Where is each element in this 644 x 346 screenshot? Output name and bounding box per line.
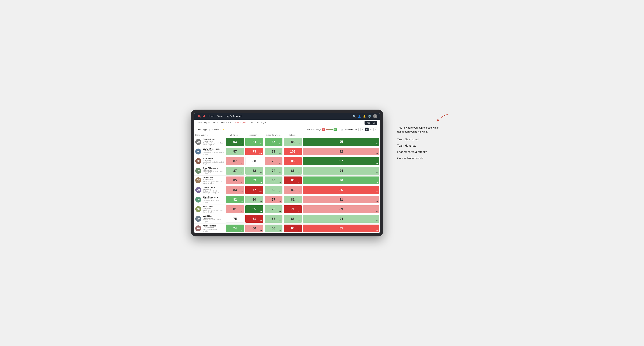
nav-hcaps[interactable]: Hcaps 1-5 [221, 120, 231, 126]
player-handicap: 1-5 Handicap [203, 198, 224, 200]
nav-team-clippd[interactable]: Team Clippd [234, 120, 246, 126]
score-cell-around_green: 836▼ [283, 185, 302, 195]
round-change-label: 20 Round Change [307, 129, 321, 131]
data-table: Player Quality ▼ Off the Tee — Approach … [194, 133, 380, 233]
score-cell-approach: 803▲ [264, 176, 283, 185]
player-name[interactable]: Matt Miller [203, 215, 224, 217]
score-value: 96 [340, 178, 343, 182]
player-name[interactable]: Josh Coles [203, 205, 224, 208]
score-cell-putting: 943▲ [302, 214, 380, 224]
score-value: 85 [340, 227, 343, 230]
score-cell-approach: 858▲ [264, 137, 283, 147]
menu-option-item[interactable]: Team Dashboard [397, 138, 452, 141]
player-club: Drift Golf Club, United Kingdom [203, 229, 224, 232]
view-grid-icon[interactable]: ⊞ [360, 128, 364, 131]
score-cell-approach: 799▲ [264, 147, 283, 156]
score-change: 4▼ [376, 230, 378, 231]
score-value: 85 [291, 169, 294, 173]
table-row: DFDavid FordPlus HandicapRoyal North Dev… [194, 176, 380, 185]
player-name[interactable]: Blair McHarg [203, 138, 224, 140]
table-row: ANAaron Nicholls11-15 HandicapDrift Golf… [194, 224, 380, 233]
player-name[interactable]: Charlie Quick [203, 186, 224, 188]
score-value: 88 [291, 140, 294, 144]
view-list-icon[interactable]: ≡ [369, 128, 373, 131]
score-value: 60 [252, 198, 256, 201]
score-cell-off_tee: 7714▼ [245, 185, 264, 195]
score-cell-approach: 801▲ [264, 185, 283, 195]
player-cell-9: ANAaron Nicholls11-15 HandicapDrift Golf… [194, 224, 226, 233]
bell-icon[interactable]: 🔔 [363, 115, 366, 118]
player-name[interactable]: Elliot Ebert [203, 158, 224, 160]
avatar[interactable]: U [373, 114, 377, 118]
score-value: 83 [291, 178, 294, 182]
score-value: 95 [340, 140, 343, 144]
table-row: BMBlair McHargPlus HandicapRoyal North D… [194, 137, 380, 147]
player-handicap: 6-10 Handicap [203, 217, 224, 219]
score-value: 85 [272, 140, 275, 144]
score-cell-around_green: 814▲ [283, 195, 302, 204]
score-value: 82 [233, 198, 237, 201]
score-change: 3▼ [241, 210, 243, 212]
last-rounds-button[interactable]: 📅 Last Rounds: 20 [339, 128, 358, 131]
table-row: DBDave Billingham1-5 HandicapGog Magog G… [194, 166, 380, 176]
player-name[interactable]: Edward Crossman [203, 148, 224, 150]
score-value: 74 [233, 227, 237, 230]
person-icon[interactable]: 👤 [358, 115, 361, 118]
player-cell-1: ECEdward Crossman1-5 HandicapSunningdale… [194, 147, 226, 156]
score-value: 94 [340, 169, 343, 173]
score-value: 79 [272, 150, 275, 154]
score-cell-off_tee: 602▲ [245, 195, 264, 204]
score-change: 1▲ [279, 172, 282, 173]
player-avatar: CQ [195, 187, 201, 193]
player-cell-4: DFDavid FordPlus HandicapRoyal North Dev… [194, 176, 226, 185]
settings-icon[interactable]: ⚙️ [368, 115, 371, 118]
view-download-icon[interactable]: ↓ [374, 128, 377, 131]
player-name[interactable]: David Ford [203, 177, 224, 179]
score-value: 97 [340, 159, 343, 163]
score-value: 85 [233, 178, 237, 182]
player-name[interactable]: Dave Billingham [203, 167, 224, 169]
edit-icon[interactable]: ✏️ [222, 129, 224, 131]
player-cell-3: DBDave Billingham1-5 HandicapGog Magog G… [194, 166, 226, 176]
player-name[interactable]: Aaron Nicholls [203, 225, 224, 227]
score-cell-player_quality: 874▲ [226, 166, 245, 176]
score-change: 6▼ [298, 162, 301, 164]
score-value: 75 [233, 217, 237, 221]
nav-items: Home Teams My Performance [208, 114, 349, 118]
nav-tour[interactable]: Tour [250, 120, 254, 126]
player-name[interactable]: Chris Robertson [203, 196, 224, 198]
player-avatar: EE [195, 158, 201, 164]
player-club: Craigmillar Park, United Kingdom [203, 200, 224, 203]
player-cell-2: EEElliot Ebert1-5 HandicapSunningdale Go… [194, 156, 226, 166]
nav-pgat[interactable]: PGAT Players [197, 120, 210, 126]
tablet-screen: clippd Home Teams My Performance 🔍 👤 🔔 ⚙… [194, 113, 380, 233]
score-change: 3▼ [298, 172, 301, 173]
menu-option-item[interactable]: Leaderboards & streaks [397, 151, 452, 154]
add-team-button[interactable]: Add Team [364, 121, 377, 125]
score-change: 10▼ [298, 181, 301, 183]
nav-all-players[interactable]: All Players [257, 120, 267, 126]
search-icon[interactable]: 🔍 [353, 115, 356, 118]
score-change: 1▲ [279, 191, 282, 193]
score-cell-around_green: 7111▼ [283, 204, 302, 214]
nav-pga[interactable]: PGA [213, 120, 218, 126]
score-change: 8▼ [241, 230, 243, 231]
score-value: 82 [252, 169, 256, 173]
score-cell-off_tee: 601▼ [245, 224, 264, 233]
player-cell-5: CQCharlie Quick6-10 HandicapSt. George's… [194, 185, 226, 195]
view-heatmap-icon[interactable]: ▦ [365, 128, 368, 131]
score-change: 2▲ [279, 210, 282, 212]
menu-option-item[interactable]: Course leaderboards [397, 157, 452, 160]
score-cell-approach: 773▼ [264, 195, 283, 204]
nav-item-myperformance[interactable]: My Performance [226, 114, 242, 118]
table-row: ECEdward Crossman1-5 HandicapSunningdale… [194, 147, 380, 156]
nav-item-home[interactable]: Home [208, 114, 214, 118]
score-cell-player_quality: 873▼ [226, 156, 245, 166]
score-cell-around_green: 8310▼ [283, 176, 302, 185]
score-value: 95 [252, 207, 256, 211]
player-cell-8: MMMatt Miller6-10 HandicapWoburn Golf Cl… [194, 214, 226, 224]
view-icons: ⊞ ▦ ≡ ↓ [360, 128, 377, 131]
menu-option-item[interactable]: Team Heatmap [397, 144, 452, 147]
score-change: 4▲ [241, 172, 243, 173]
nav-item-teams[interactable]: Teams [217, 114, 223, 118]
